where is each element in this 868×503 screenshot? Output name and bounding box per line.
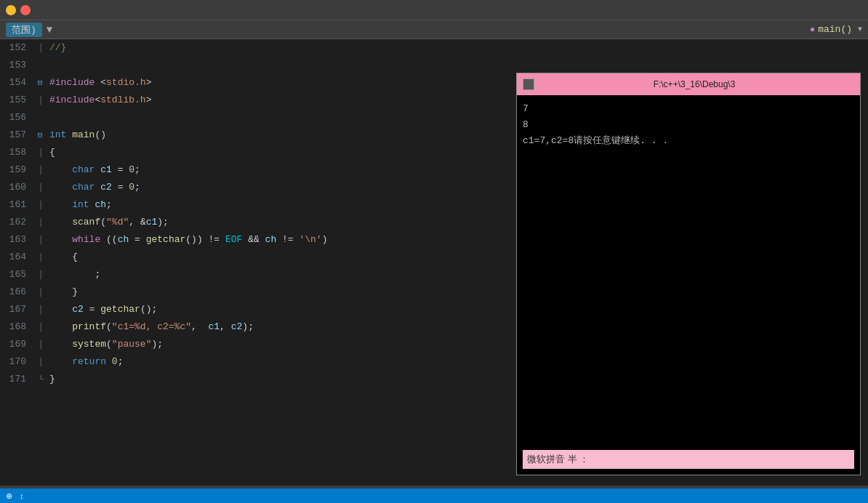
- line-gutter: │: [35, 214, 47, 231]
- line-gutter: │: [35, 283, 47, 301]
- line-number: 169: [0, 336, 35, 353]
- terminal-body[interactable]: 78c1=7,c2=8请按任意键继续. . . 微软拼音 半 ：: [517, 95, 860, 475]
- line-gutter: │: [35, 179, 47, 196]
- terminal-output: 78c1=7,c2=8请按任意键继续. . .: [523, 101, 854, 450]
- line-number: 160: [0, 179, 35, 196]
- line-gutter: └: [35, 371, 47, 388]
- minimize-button[interactable]: [6, 5, 16, 15]
- terminal-app-icon: [523, 79, 534, 90]
- line-number: 152: [0, 39, 35, 57]
- line-number: 158: [0, 144, 35, 161]
- line-gutter: │: [35, 196, 47, 214]
- line-gutter: ⊟: [35, 74, 47, 92]
- terminal-titlebar: F:\c++\3_16\Debug\3: [517, 73, 860, 95]
- table-row: 152│//}: [0, 39, 868, 57]
- line-gutter: │: [35, 301, 47, 318]
- title-bar: [0, 0, 868, 20]
- line-number: 167: [0, 301, 35, 318]
- line-gutter: │: [35, 336, 47, 353]
- scope-label: 范围): [6, 23, 42, 37]
- terminal-title: F:\c++\3_16\Debug\3: [654, 79, 736, 89]
- line-gutter: │: [35, 266, 47, 283]
- main-layout: 152│//}153154⊟#include <stdio.h>155│#inc…: [0, 39, 868, 503]
- line-gutter: ⊟: [35, 126, 47, 144]
- fold-icon[interactable]: ⊟: [38, 126, 43, 144]
- line-gutter: │: [35, 39, 47, 57]
- scope-bar: 范围) ▼ ● main() ▼: [0, 20, 868, 39]
- line-number: 168: [0, 318, 35, 336]
- terminal-window: F:\c++\3_16\Debug\3 78c1=7,c2=8请按任意键继续. …: [516, 73, 861, 475]
- line-number: 163: [0, 231, 35, 249]
- table-row: 153: [0, 57, 868, 74]
- line-number: 161: [0, 196, 35, 214]
- bottom-bar: ⊕ ↕: [0, 488, 868, 503]
- line-number: 153: [0, 57, 35, 74]
- line-gutter: │: [35, 249, 47, 266]
- scope-function[interactable]: ● main() ▼: [810, 24, 862, 35]
- line-number: 171: [0, 371, 35, 388]
- line-number: 156: [0, 109, 35, 126]
- close-button[interactable]: [20, 5, 31, 15]
- line-number: 159: [0, 161, 35, 179]
- bottom-bar-item-1: ⊕: [6, 491, 12, 501]
- line-number: 166: [0, 283, 35, 301]
- line-number: 164: [0, 249, 35, 266]
- line-number: 165: [0, 266, 35, 283]
- list-item: c1=7,c2=8请按任意键继续. . .: [523, 133, 854, 149]
- line-number: 162: [0, 214, 35, 231]
- window-controls: [6, 5, 31, 15]
- line-gutter: │: [35, 161, 47, 179]
- ime-bar: 微软拼音 半 ：: [523, 450, 854, 469]
- line-number: 155: [0, 92, 35, 109]
- line-gutter: │: [35, 353, 47, 371]
- function-name: main(): [818, 24, 852, 35]
- bottom-bar-item-2: ↕: [20, 491, 24, 500]
- list-item: 7: [523, 101, 854, 117]
- line-number: 170: [0, 353, 35, 371]
- line-gutter: │: [35, 144, 47, 161]
- scope-arrow: ▼: [47, 24, 52, 36]
- line-content: //}: [47, 39, 868, 57]
- function-icon: ●: [810, 25, 815, 35]
- line-number: 154: [0, 74, 35, 92]
- list-item: 8: [523, 117, 854, 133]
- line-gutter: │: [35, 231, 47, 249]
- dropdown-arrow-icon: ▼: [858, 25, 862, 33]
- line-gutter: │: [35, 92, 47, 109]
- fold-icon[interactable]: ⊟: [38, 74, 43, 92]
- line-gutter: │: [35, 318, 47, 336]
- line-number: 157: [0, 126, 35, 144]
